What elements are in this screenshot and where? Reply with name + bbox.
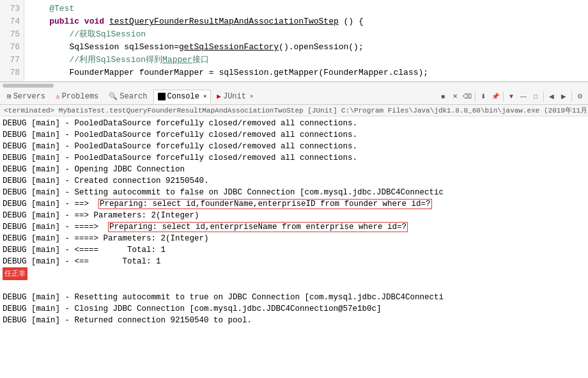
console-line-blank [3, 280, 585, 292]
console-line: DEBUG [main] - Closing JDBC Connection [… [3, 303, 585, 315]
maximize-button[interactable]: □ [530, 91, 541, 102]
console-line: DEBUG [main] - Resetting autocommit to t… [3, 292, 585, 303]
junit-icon: ▶ [217, 92, 221, 100]
code-line-78: FounderMapper founderMapper = sqlSession… [29, 67, 583, 79]
console-close-icon[interactable]: ✕ [203, 93, 206, 100]
terminate-button[interactable]: ■ [437, 91, 449, 102]
forward-button[interactable]: ▶ [558, 91, 569, 102]
code-line-77: //利用SqlSession得到Mapper接口 [29, 54, 583, 67]
separator1 [475, 91, 476, 102]
tab-console[interactable]: Console ✕ [153, 90, 212, 104]
console-line: DEBUG [main] - Setting autocommit to fal… [3, 187, 585, 198]
search-icon: 🔍 [109, 92, 118, 100]
console-toolbar: ⊞ Servers ⚠ Problems 🔍 Search Console ✕ … [0, 88, 588, 105]
console-line: DEBUG [main] - PooledDataSource forceful… [3, 141, 585, 152]
console-line: DEBUG [main] - PooledDataSource forceful… [3, 152, 585, 164]
console-line: DEBUG [main] - PooledDataSource forceful… [3, 118, 585, 129]
console-line: DEBUG [main] - ====> Parameters: 2(Integ… [3, 233, 585, 244]
line-numbers: 73 74 75 76 77 78 [0, 0, 24, 81]
console-line: DEBUG [main] - <==== Total: 1 [3, 244, 585, 256]
console-output[interactable]: DEBUG [main] - PooledDataSource forceful… [0, 116, 588, 378]
tab-problems[interactable]: ⚠ Problems [51, 90, 103, 104]
code-scrollbar[interactable] [0, 82, 588, 88]
chinese-name-badge: 任正非 [3, 267, 27, 280]
view-menu-button[interactable]: ▼ [506, 91, 517, 102]
code-editor: 73 74 75 76 77 78 @Test public void test… [0, 0, 588, 82]
sql-highlight-2: Preparing: select id,enterpriseName from… [108, 222, 408, 232]
tab-servers[interactable]: ⊞ Servers [3, 90, 50, 104]
back-button[interactable]: ◀ [546, 91, 557, 102]
problems-icon: ⚠ [56, 92, 60, 100]
tab-search[interactable]: 🔍 Search [104, 90, 151, 104]
scrollbar-thumb[interactable] [3, 84, 54, 88]
console-line-preparing1: DEBUG [main] - ==> Preparing: select id,… [3, 198, 585, 210]
clear-console-button[interactable]: ⌫ [461, 91, 473, 102]
code-line-75: //获取SqlSession [29, 28, 583, 41]
minimize-button[interactable]: — [518, 91, 529, 102]
remove-terminated-button[interactable]: ✕ [449, 91, 461, 102]
toolbar-buttons: ■ ✕ ⌫ ⬇ 📌 ▼ — □ ◀ ▶ ⚙ [437, 91, 585, 102]
console-line-badge: 任正非 [3, 267, 585, 280]
status-bar: <terminated> MybatisTest.testQueryFounde… [0, 105, 588, 116]
console-line-preparing2: DEBUG [main] - ====> Preparing: select i… [3, 221, 585, 233]
console-line: DEBUG [main] - ==> Parameters: 2(Integer… [3, 210, 585, 221]
tab-servers-label: Servers [13, 92, 45, 101]
sql-highlight-1: Preparing: select id,founderName,enterpr… [98, 199, 432, 209]
code-content: @Test public void testQueryFounderResult… [24, 0, 588, 81]
console-line: DEBUG [main] - Returned connection 92150… [3, 315, 585, 326]
server-icon: ⊞ [7, 92, 12, 100]
status-text: <terminated> MybatisTest.testQueryFounde… [4, 106, 588, 115]
code-line-76: SqlSession sqlSession=getSqlSessionFacto… [29, 41, 583, 54]
console-line: DEBUG [main] - Opening JDBC Connection [3, 164, 585, 175]
console-line: DEBUG [main] - PooledDataSource forceful… [3, 129, 585, 141]
junit-close-icon[interactable]: ✕ [250, 93, 253, 100]
tab-problems-label: Problems [62, 92, 99, 101]
separator4 [571, 91, 572, 102]
tab-junit[interactable]: ▶ JUnit ✕ [212, 90, 258, 104]
console-line: DEBUG [main] - Created connection 921505… [3, 175, 585, 187]
settings-button[interactable]: ⚙ [574, 91, 585, 102]
separator2 [503, 91, 504, 102]
annotation: @Test [49, 4, 74, 13]
tab-junit-label: JUnit [223, 92, 246, 101]
console-line: DEBUG [main] - <== Total: 1 [3, 256, 585, 267]
tab-console-label: Console [167, 92, 199, 101]
separator3 [543, 91, 544, 102]
tab-search-label: Search [120, 92, 147, 101]
code-line-74: public void testQueryFounderResultMapAnd… [29, 15, 583, 28]
code-line-73: @Test [29, 3, 583, 15]
scroll-lock-button[interactable]: ⬇ [477, 91, 489, 102]
pin-button[interactable]: 📌 [490, 91, 501, 102]
console-icon [158, 93, 166, 100]
